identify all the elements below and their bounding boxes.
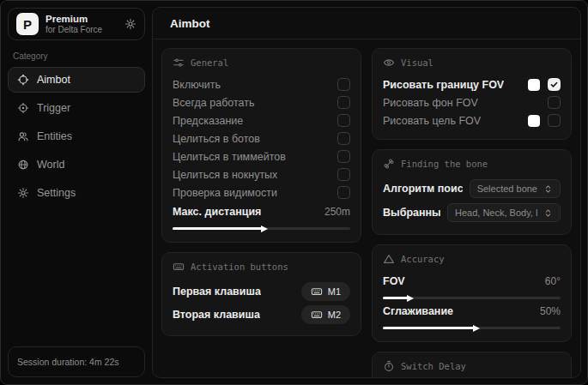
app-window: P Premium for Delta Force Category Aimbo…	[0, 0, 588, 385]
sidebar-item-entities[interactable]: Entities	[8, 123, 145, 149]
triangle-icon	[383, 253, 395, 265]
section-title: Accuracy	[401, 254, 445, 264]
sidebar-item-world[interactable]: World	[8, 152, 145, 177]
visual-row: Рисовать цель FOV	[383, 111, 561, 129]
select-row: Выбранные кос Head, Neck, Body, Pe...	[383, 201, 561, 225]
checkbox[interactable]	[337, 96, 350, 109]
checkbox[interactable]	[337, 186, 350, 199]
section-general: General Включить Всегда работать Предска…	[161, 48, 361, 243]
slider-label: FOV	[383, 275, 405, 287]
section-title: Switch Delay	[401, 361, 466, 371]
target-icon	[17, 102, 29, 114]
sidebar-item-label: Trigger	[37, 102, 70, 114]
slider-thumb[interactable]	[261, 226, 268, 232]
entities-icon	[17, 130, 29, 142]
slider-thumb[interactable]	[473, 325, 480, 332]
checkbox[interactable]	[337, 150, 350, 163]
slider-fill	[173, 227, 264, 230]
setting-label: Включить	[173, 79, 221, 91]
crosshair-icon	[17, 74, 29, 86]
setting-row: Целиться в тиммейтов	[173, 147, 350, 165]
slider-setting: Макс. дистанция 250m	[173, 202, 350, 230]
category-label: Category	[13, 51, 140, 61]
right-column: Visual Рисовать границу FOV Рисовать фон…	[372, 48, 572, 369]
setting-row: Целиться в ботов	[173, 129, 350, 147]
color-swatch[interactable]	[528, 79, 540, 91]
setting-label: Предсказание	[173, 115, 243, 127]
select-label: Алгоритм поиска кост	[383, 183, 463, 195]
unfold-icon	[543, 208, 553, 218]
main-panel: Aimbot General Включить Всегда работать …	[152, 7, 581, 378]
globe-icon	[17, 159, 29, 171]
sliders-icon	[173, 57, 185, 69]
slider-fill	[383, 327, 476, 329]
keybind-value: M1	[328, 286, 341, 297]
section-finding-the-bone: Finding the bone Алгоритм поиска кост Se…	[372, 149, 572, 235]
select-dropdown[interactable]: Head, Neck, Body, Pe...	[447, 203, 561, 222]
color-swatch[interactable]	[528, 115, 540, 127]
left-column: General Включить Всегда работать Предска…	[161, 48, 361, 369]
slider-value: 50%	[540, 305, 561, 317]
keyboard-icon	[311, 286, 323, 298]
slider-fill	[383, 297, 409, 299]
section-title: Finding the bone	[401, 159, 488, 169]
checkbox[interactable]	[337, 114, 350, 127]
gear-icon[interactable]	[124, 18, 136, 30]
setting-row: Включить	[173, 75, 350, 93]
sidebar-item-aimbot[interactable]: Aimbot	[8, 67, 145, 93]
slider-track[interactable]	[383, 327, 561, 329]
sidebar-item-label: Entities	[37, 130, 72, 142]
keybind-row: Вторая клавиша M2	[173, 303, 350, 326]
setting-label: Целиться в тиммейтов	[173, 151, 286, 163]
checkbox[interactable]	[548, 114, 561, 127]
slider-setting: FOV 60°	[383, 272, 561, 299]
slider-value: 250m	[324, 206, 350, 218]
bone-icon	[383, 158, 395, 170]
sidebar-item-settings[interactable]: Settings	[8, 180, 145, 206]
slider-label: Сглаживание	[383, 305, 453, 317]
section-switch-delay: Switch Delay Задержка переключения Задер…	[372, 352, 572, 377]
session-duration: Session duration: 4m 22s	[8, 346, 145, 377]
sidebar-item-trigger[interactable]: Trigger	[8, 95, 145, 121]
page-title: Aimbot	[153, 8, 580, 39]
sidebar-item-label: Settings	[37, 187, 76, 199]
sidebar: P Premium for Delta Force Category Aimbo…	[1, 1, 152, 384]
checkbox[interactable]	[337, 78, 350, 91]
setting-row: Всегда работать	[173, 93, 350, 111]
visual-label: Рисовать границу FOV	[383, 79, 504, 91]
checkbox[interactable]	[548, 78, 561, 91]
keybind-label: Вторая клавиша	[173, 309, 260, 321]
timer-icon	[383, 360, 395, 372]
section-title: General	[191, 57, 228, 68]
section-title: Visual	[401, 57, 433, 68]
setting-row: Проверка видимости	[173, 183, 350, 202]
slider-setting: Сглаживание 50%	[383, 302, 561, 329]
slider-thumb[interactable]	[407, 295, 414, 302]
eye-icon	[383, 57, 395, 69]
checkbox[interactable]	[548, 96, 561, 109]
app-title: Premium	[45, 14, 102, 25]
keyboard-icon	[173, 261, 185, 273]
slider-track[interactable]	[173, 227, 350, 230]
section-accuracy: Accuracy FOV 60° Сглаживание 50%	[372, 244, 572, 342]
visual-label: Рисовать фон FOV	[383, 97, 478, 109]
slider-label: Макс. дистанция	[173, 206, 261, 218]
setting-label: Целиться в ботов	[173, 133, 260, 145]
unfold-icon	[543, 184, 553, 194]
select-dropdown[interactable]: Selected bone	[470, 179, 561, 198]
sidebar-item-label: World	[37, 159, 64, 171]
keybind-value: M2	[328, 310, 341, 320]
checkbox[interactable]	[337, 168, 350, 181]
sidebar-nav: Aimbot Trigger Entities World Settings	[8, 67, 145, 206]
premium-card: P Premium for Delta Force	[8, 8, 145, 40]
section-visual: Visual Рисовать границу FOV Рисовать фон…	[372, 48, 572, 140]
keybind-button[interactable]: M2	[301, 305, 350, 324]
select-value: Selected bone	[477, 183, 537, 194]
checkbox[interactable]	[337, 132, 350, 145]
visual-row: Рисовать фон FOV	[383, 93, 561, 111]
slider-track[interactable]	[383, 297, 561, 299]
select-row: Алгоритм поиска кост Selected bone	[383, 177, 561, 201]
sidebar-item-label: Aimbot	[37, 74, 70, 86]
keybind-button[interactable]: M1	[301, 282, 350, 301]
setting-label: Всегда работать	[173, 97, 255, 109]
